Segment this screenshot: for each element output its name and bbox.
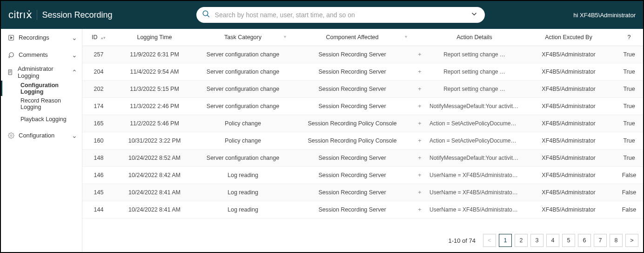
- table-row[interactable]: 14610/24/2022 8:42 AMLog readingSession …: [82, 167, 643, 184]
- cell-comp: Session Recording Server: [292, 206, 413, 213]
- cell-q: False: [615, 172, 643, 178]
- col-header-time[interactable]: Logging Time: [115, 34, 194, 41]
- cell-q: True: [615, 68, 643, 75]
- table-row[interactable]: 14410/24/2022 8:41 AMLog readingSession …: [82, 201, 643, 219]
- col-header-task[interactable]: Task Category ▾: [194, 34, 292, 41]
- subnav-configuration-logging[interactable]: Configuration Logging: [1, 81, 82, 96]
- cell-exec: XF4B5/Administrator: [522, 86, 615, 92]
- cell-time: 11/2/2022 5:46 PM: [115, 120, 194, 127]
- sidebar-item-label: Administrator Logging: [18, 65, 68, 79]
- cell-comp: Session Recording Policy Console: [292, 120, 413, 127]
- cell-action: UserName = XF4B5/Administrator…: [427, 206, 522, 213]
- sidebar-item-recordings[interactable]: Recordings ⌄: [1, 29, 82, 46]
- play-icon: [7, 34, 15, 41]
- header-bar: citrıẋ Session Recording hi XF4B5\Admini…: [1, 1, 643, 29]
- subnav-record-reason-logging[interactable]: Record Reason Logging: [1, 96, 82, 111]
- page-6[interactable]: 6: [578, 234, 591, 247]
- expand-row-icon[interactable]: +: [413, 51, 427, 58]
- col-header-comp[interactable]: Component Affected ▾: [292, 34, 413, 41]
- table-row[interactable]: 20411/4/2022 9:54 AMServer configuration…: [82, 63, 643, 81]
- search-input[interactable]: [215, 11, 466, 19]
- cell-exec: XF4B5/Administrator: [522, 120, 615, 127]
- search-icon: [202, 10, 210, 20]
- cell-id: 144: [82, 206, 115, 213]
- expand-row-icon[interactable]: +: [413, 86, 427, 92]
- cell-time: 10/24/2022 8:52 AM: [115, 155, 194, 161]
- filter-icon[interactable]: ▾: [405, 34, 407, 39]
- cell-q: True: [615, 137, 643, 144]
- page-8[interactable]: 8: [610, 234, 623, 247]
- page-7[interactable]: 7: [594, 234, 607, 247]
- cell-id: 204: [82, 68, 115, 75]
- cell-q: False: [615, 206, 643, 213]
- cell-action: NotifyMessageDefault:Your activity with …: [427, 155, 522, 161]
- page-2[interactable]: 2: [515, 234, 528, 247]
- cell-id: 148: [82, 155, 115, 161]
- cell-action: Report setting change …: [427, 86, 522, 92]
- page-3[interactable]: 3: [530, 234, 543, 247]
- cell-exec: XF4B5/Administrator: [522, 137, 615, 144]
- page-range: 1-10 of 74: [448, 237, 476, 244]
- col-header-q[interactable]: ?: [615, 34, 643, 41]
- expand-row-icon[interactable]: +: [413, 137, 427, 144]
- sidebar-item-configuration[interactable]: Configuration ⌄: [1, 127, 82, 144]
- cell-q: True: [615, 155, 643, 161]
- cell-task: Policy change: [194, 137, 292, 144]
- cell-id: 257: [82, 51, 115, 58]
- expand-row-icon[interactable]: +: [413, 206, 427, 213]
- col-header-id[interactable]: ID ▴▾: [82, 34, 115, 41]
- table-row[interactable]: 16511/2/2022 5:46 PMPolicy changeSession…: [82, 115, 643, 132]
- col-header-action[interactable]: Action Details: [427, 34, 522, 41]
- cell-time: 11/9/2022 6:31 PM: [115, 51, 194, 58]
- subnav-playback-logging[interactable]: Playback Logging: [1, 111, 82, 127]
- col-header-exec[interactable]: Action Excuted By: [522, 34, 615, 41]
- table-row[interactable]: 20211/3/2022 5:15 PMServer configuration…: [82, 81, 643, 98]
- table-row[interactable]: 25711/9/2022 6:31 PMServer configuration…: [82, 46, 643, 63]
- svg-line-1: [207, 15, 209, 17]
- admin-log-subnav: Configuration Logging Record Reason Logg…: [1, 81, 82, 127]
- app-title: Session Recording: [42, 10, 112, 20]
- expand-row-icon[interactable]: +: [413, 103, 427, 109]
- search-box[interactable]: [196, 7, 485, 23]
- cell-exec: XF4B5/Administrator: [522, 155, 615, 161]
- filter-icon[interactable]: ▾: [284, 34, 286, 39]
- cell-id: 202: [82, 86, 115, 92]
- sidebar-item-admin-logging[interactable]: Administrator Logging ⌃: [1, 63, 82, 81]
- expand-row-icon[interactable]: +: [413, 68, 427, 75]
- page-4[interactable]: 4: [546, 234, 559, 247]
- page-next[interactable]: >: [625, 234, 638, 247]
- page-prev[interactable]: <: [483, 234, 496, 247]
- page-5[interactable]: 5: [562, 234, 575, 247]
- cell-id: 146: [82, 172, 115, 178]
- sidebar-item-label: Comments: [19, 51, 48, 58]
- table-row[interactable]: 14810/24/2022 8:52 AMServer configuratio…: [82, 150, 643, 167]
- cell-id: 165: [82, 120, 115, 127]
- chevron-up-icon: ⌃: [72, 68, 77, 76]
- cell-q: True: [615, 51, 643, 58]
- chevron-down-icon: ⌄: [72, 34, 77, 41]
- chevron-down-icon: ⌄: [72, 51, 77, 59]
- cell-q: True: [615, 120, 643, 127]
- table-row[interactable]: 17411/3/2022 2:46 PMServer configuration…: [82, 98, 643, 115]
- table-body: 25711/9/2022 6:31 PMServer configuration…: [82, 46, 643, 219]
- cell-q: False: [615, 189, 643, 196]
- table-row[interactable]: 16010/31/2022 3:22 PMPolicy changeSessio…: [82, 132, 643, 150]
- table-row[interactable]: 14510/24/2022 8:41 AMLog readingSession …: [82, 184, 643, 201]
- cell-action: UserName = XF4B5/Administrator…: [427, 172, 522, 178]
- cell-exec: XF4B5/Administrator: [522, 189, 615, 196]
- page-1[interactable]: 1: [499, 234, 512, 247]
- chevron-down-icon[interactable]: [470, 10, 478, 20]
- expand-row-icon[interactable]: +: [413, 172, 427, 178]
- pagination: 1-10 of 74 < 12345678 >: [82, 229, 643, 252]
- sidebar-item-label: Configuration: [19, 132, 54, 139]
- expand-row-icon[interactable]: +: [413, 155, 427, 161]
- cell-comp: Session Recording Server: [292, 86, 413, 92]
- expand-row-icon[interactable]: +: [413, 120, 427, 127]
- gear-icon: [7, 132, 15, 139]
- cell-id: 174: [82, 103, 115, 109]
- cell-exec: XF4B5/Administrator: [522, 68, 615, 75]
- expand-row-icon[interactable]: +: [413, 189, 427, 196]
- cell-time: 11/4/2022 9:54 AM: [115, 68, 194, 75]
- cell-action: NotifyMessageDefault:Your activity with …: [427, 103, 522, 109]
- sidebar-item-comments[interactable]: Comments ⌄: [1, 46, 82, 63]
